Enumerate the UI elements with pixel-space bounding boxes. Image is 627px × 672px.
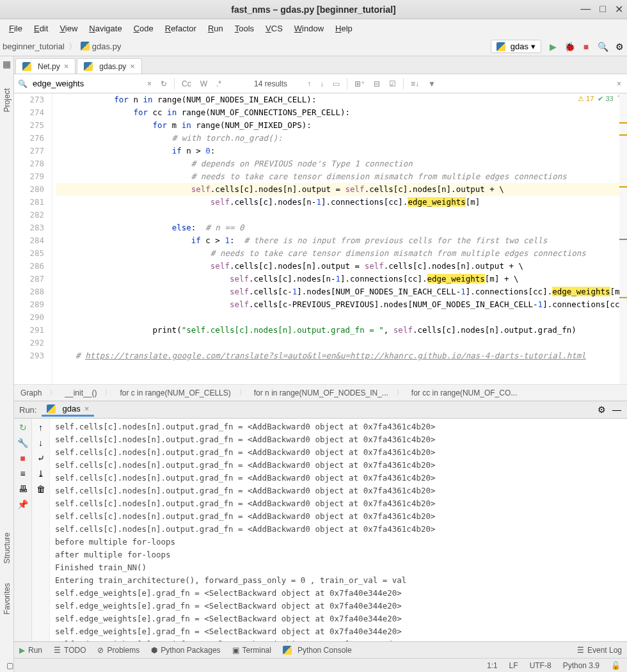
structure-crumb[interactable]: __init__() — [65, 388, 97, 397]
words-button[interactable]: W — [198, 79, 209, 88]
code-line[interactable]: for n in range(NUM_OF_NODES_IN_EACH_CELL… — [56, 93, 627, 106]
trash-icon[interactable]: 🗑 — [36, 484, 46, 494]
pin-icon[interactable]: 📌 — [18, 499, 28, 509]
structure-breadcrumb[interactable]: Graph〉__init__()〉for c in range(NUM_OF_C… — [14, 384, 627, 401]
minimize-button[interactable]: — — [580, 3, 591, 15]
remove-selection-button[interactable]: ⊟ — [372, 79, 382, 88]
code-line[interactable]: self.cells[c].nodes[n-1].connections[cc]… — [56, 273, 627, 285]
run-tab[interactable]: gdas × — [42, 403, 94, 417]
code-line[interactable]: # needs to take care tensor dimension mi… — [56, 247, 627, 260]
error-stripe[interactable] — [619, 93, 627, 384]
menu-navigate[interactable]: Navigate — [84, 22, 127, 35]
menu-edit[interactable]: Edit — [29, 22, 53, 35]
up-icon[interactable]: ↑ — [36, 422, 46, 433]
code-line[interactable]: self.cells[c].nodes[n].output = self.cel… — [56, 183, 627, 196]
prev-match-button[interactable]: ↑ — [305, 79, 313, 88]
run-output[interactable]: self.cells[c].nodes[n].output.grad_fn = … — [50, 419, 627, 641]
encoding[interactable]: UTF-8 — [530, 661, 552, 670]
filter-options-icon[interactable]: ≡↓ — [409, 79, 421, 88]
close-tab-icon[interactable]: × — [130, 61, 135, 71]
code-line[interactable]: # https://translate.google.com/translate… — [56, 349, 627, 362]
menu-file[interactable]: File — [4, 22, 28, 35]
close-button[interactable]: ✕ — [615, 3, 623, 15]
breadcrumb[interactable]: beginner_tutorial 〉 gdas.py — [3, 41, 491, 52]
scroll-end-icon[interactable]: ⤓ — [36, 468, 46, 479]
code-line[interactable]: self.cells[c].nodes[n].output = self.cel… — [56, 260, 627, 273]
find-input[interactable] — [33, 79, 140, 88]
soft-wrap-icon[interactable]: ⤶ — [36, 453, 46, 463]
tab-gdaspy[interactable]: gdas.py × — [77, 58, 142, 74]
run-button[interactable]: ▶ — [548, 42, 558, 52]
select-all-occurrences-button[interactable]: ☑ — [387, 79, 398, 88]
search-icon[interactable]: 🔍 — [598, 42, 608, 52]
select-all-button[interactable]: ▭ — [331, 79, 342, 88]
run-config-select[interactable]: gdas ▾ — [491, 40, 541, 53]
down-icon[interactable]: ↓ — [36, 438, 46, 448]
menu-tools[interactable]: Tools — [230, 22, 259, 35]
event-log[interactable]: ☰Event Log — [577, 646, 622, 655]
left-tool-structure[interactable]: Structure — [3, 532, 12, 564]
rerun-button[interactable]: ↻ — [18, 422, 28, 433]
structure-crumb[interactable]: Graph — [20, 388, 42, 397]
line-ending[interactable]: LF — [509, 661, 518, 670]
breadcrumb-file[interactable]: gdas.py — [81, 42, 122, 51]
menu-help[interactable]: Help — [330, 22, 358, 35]
maximize-button[interactable]: □ — [599, 3, 606, 15]
code-line[interactable]: else: # n == 0 — [56, 221, 627, 234]
code-line[interactable]: self.cells[c-PREVIOUS_PREVIOUS].nodes[NU… — [56, 298, 627, 311]
clear-find-icon[interactable]: × — [145, 79, 154, 88]
hide-panel-icon[interactable]: — — [612, 404, 622, 415]
stop-button[interactable]: ■ — [18, 453, 28, 463]
tool-python-console[interactable]: Python Console — [283, 646, 352, 655]
left-tool-project[interactable]: Project — [3, 88, 12, 112]
structure-crumb[interactable]: for c in range(NUM_OF_CELLS) — [120, 388, 230, 397]
close-tab-icon[interactable]: × — [64, 61, 69, 71]
menu-vcs[interactable]: VCS — [260, 22, 288, 35]
menu-window[interactable]: Window — [289, 22, 329, 35]
wrench-icon[interactable]: 🔧 — [18, 438, 28, 448]
lock-icon[interactable]: 🔓 — [611, 661, 621, 670]
tool-python-packages[interactable]: ⬢Python Packages — [151, 646, 220, 655]
tool-window-toggle-icon[interactable]: ▢ — [6, 661, 13, 670]
breadcrumb-project[interactable]: beginner_tutorial — [3, 42, 65, 51]
code-line[interactable]: self.cells[c-1].nodes[NUM_OF_NODES_IN_EA… — [56, 285, 627, 298]
structure-crumb[interactable]: for n in range(NUM_OF_NODES_IN_... — [254, 388, 388, 397]
code-line[interactable]: for m in range(NUM_OF_MIXED_OPS): — [56, 119, 627, 132]
code-line[interactable]: # depends on PREVIOUS node's Type 1 conn… — [56, 157, 627, 170]
code-line[interactable]: if c > 1: # there is no input from previ… — [56, 234, 627, 247]
menu-view[interactable]: View — [54, 22, 83, 35]
add-selection-button[interactable]: ⊞⁺ — [353, 79, 367, 88]
code-line[interactable]: # needs to take care tensor dimension mi… — [56, 170, 627, 183]
code-line[interactable]: print("self.cells[c].nodes[n].output.gra… — [56, 324, 627, 337]
layout-icon[interactable]: ≡ — [18, 468, 28, 479]
code-line[interactable]: if n > 0: — [56, 145, 627, 157]
close-findbar-icon[interactable]: × — [615, 79, 623, 88]
cursor-position[interactable]: 1:1 — [487, 661, 498, 670]
code-line[interactable]: # with torch.no_grad(): — [56, 132, 627, 145]
tool-terminal[interactable]: ▣Terminal — [232, 646, 271, 655]
project-files-icon[interactable]: ▦ — [3, 59, 11, 69]
next-match-button[interactable]: ↓ — [318, 79, 326, 88]
regex-button[interactable]: .* — [214, 79, 223, 88]
code-line[interactable] — [56, 209, 627, 221]
code-line[interactable] — [56, 337, 627, 349]
stop-button[interactable]: ■ — [581, 42, 591, 52]
filter-icon[interactable]: ▼ — [426, 79, 438, 88]
python-sdk[interactable]: Python 3.9 — [563, 661, 599, 670]
code-area[interactable]: for n in range(NUM_OF_NODES_IN_EACH_CELL… — [52, 93, 627, 384]
menu-code[interactable]: Code — [129, 22, 159, 35]
close-tab-icon[interactable]: × — [84, 404, 90, 413]
history-icon[interactable]: ↻ — [159, 79, 169, 88]
structure-crumb[interactable]: for cc in range(NUM_OF_CO... — [411, 388, 517, 397]
code-line[interactable]: for cc in range(NUM_OF_CONNECTIONS_PER_C… — [56, 106, 627, 119]
menu-run[interactable]: Run — [203, 22, 228, 35]
code-line[interactable] — [56, 311, 627, 324]
match-case-button[interactable]: Cc — [180, 79, 193, 88]
settings-icon[interactable]: ⚙ — [614, 42, 624, 52]
code-line[interactable]: self.cells[c].nodes[n-1].connections[cc]… — [56, 196, 627, 209]
menu-refactor[interactable]: Refactor — [160, 22, 202, 35]
tab-netpy[interactable]: Net.py × — [15, 58, 75, 74]
print-icon[interactable]: 🖶 — [18, 484, 28, 494]
settings-icon[interactable]: ⚙ — [596, 404, 607, 415]
tool-problems[interactable]: ⊘Problems — [97, 646, 139, 655]
